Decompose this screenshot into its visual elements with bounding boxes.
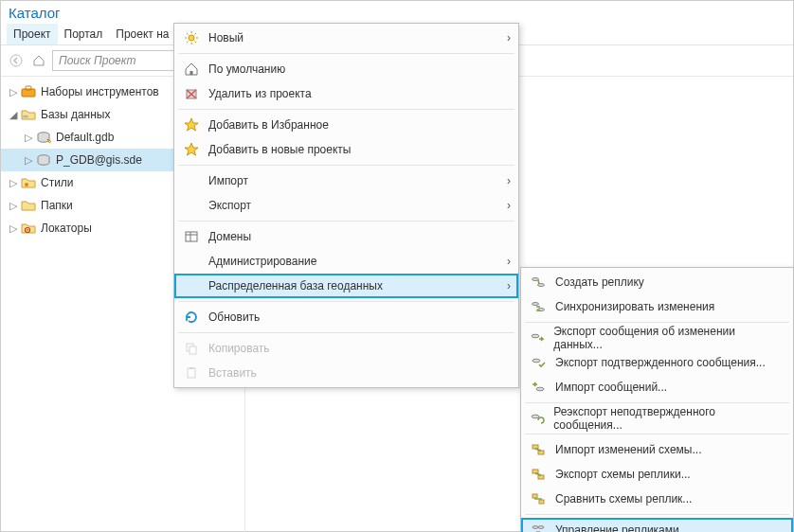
menu-label: Создать реплику — [555, 275, 644, 289]
expand-icon[interactable]: ▷ — [22, 154, 35, 167]
menu-label: Добавить в новые проекты — [208, 143, 351, 156]
menu-label: Реэкспорт неподтвержденного сообщения... — [553, 405, 767, 432]
styles-icon — [20, 174, 37, 191]
search-input[interactable]: Поиск Проект — [52, 50, 175, 71]
menu-item-copy: Копировать — [174, 336, 518, 361]
svg-rect-38 — [532, 445, 538, 449]
menu-item-create-replica[interactable]: Создать реплику — [521, 270, 793, 294]
svg-point-34 — [532, 334, 539, 338]
svg-rect-40 — [532, 470, 538, 473]
import-schema-icon — [529, 440, 548, 459]
menu-item-add-favorites[interactable]: Добавить в Избранное — [174, 113, 518, 137]
menu-label: Обновить — [208, 310, 260, 324]
sde-icon — [35, 151, 52, 168]
menu-item-export-schema[interactable]: Экспорт схемы реплики... — [521, 462, 793, 487]
svg-rect-23 — [186, 232, 197, 241]
svg-rect-39 — [538, 451, 544, 454]
menu-project[interactable]: Проект — [7, 24, 58, 44]
blank-icon — [182, 171, 201, 190]
expand-icon[interactable]: ▷ — [7, 86, 20, 98]
star-icon — [182, 115, 201, 134]
menu-label: Добавить в Избранное — [208, 118, 329, 132]
menu-label: Импорт сообщений... — [555, 381, 667, 394]
refresh-icon — [182, 308, 201, 327]
tree-label: Стили — [41, 176, 74, 189]
menu-label: Вставить — [208, 366, 257, 380]
svg-point-32 — [532, 303, 539, 306]
menu-item-refresh[interactable]: Обновить — [174, 305, 518, 329]
svg-point-5 — [49, 141, 51, 143]
create-replica-icon — [529, 273, 548, 292]
svg-point-37 — [532, 415, 539, 418]
svg-line-18 — [195, 33, 197, 35]
submenu-arrow-icon: › — [507, 26, 511, 50]
collapse-icon[interactable]: ◢ — [7, 109, 20, 121]
domains-icon — [182, 227, 201, 246]
toolbox-icon — [20, 83, 37, 100]
menu-label: Домены — [208, 230, 251, 243]
menu-label: Сравнить схемы реплик... — [555, 492, 692, 505]
blank-icon — [182, 276, 201, 295]
sun-icon — [182, 28, 201, 47]
menu-project-on[interactable]: Проект на — [109, 24, 175, 44]
menu-item-import-msg[interactable]: Импорт сообщений... — [521, 375, 793, 399]
menu-item-export-ack[interactable]: Экспорт подтвержденного сообщения... — [521, 350, 793, 375]
svg-point-44 — [532, 526, 538, 529]
blank-icon — [182, 196, 201, 215]
expand-icon[interactable]: ▷ — [7, 200, 20, 212]
back-button[interactable] — [7, 51, 26, 70]
home-button[interactable] — [29, 51, 48, 70]
geodatabase-icon — [35, 129, 52, 146]
svg-rect-42 — [532, 494, 537, 498]
svg-rect-43 — [539, 500, 544, 504]
expand-icon[interactable]: ▷ — [7, 222, 20, 235]
menu-label: Экспорт сообщения об изменении данных... — [553, 325, 767, 351]
menu-item-domains[interactable]: Домены — [174, 224, 518, 249]
locators-icon — [20, 220, 37, 237]
menu-label: Импорт изменений схемы... — [555, 443, 702, 456]
export-schema-icon — [529, 465, 548, 484]
menu-item-new[interactable]: Новый › — [174, 26, 518, 50]
menu-item-add-new-projects[interactable]: Добавить в новые проекты — [174, 137, 518, 162]
menu-item-manage-replicas[interactable]: Управление репликами — [521, 518, 793, 532]
remove-icon — [182, 84, 201, 103]
svg-rect-28 — [188, 368, 195, 378]
menu-item-default[interactable]: По умолчанию — [174, 57, 518, 81]
submenu-arrow-icon: › — [507, 168, 511, 193]
svg-point-3 — [23, 115, 28, 118]
svg-point-36 — [536, 387, 544, 391]
svg-point-0 — [10, 55, 22, 66]
svg-point-30 — [532, 278, 539, 281]
svg-point-45 — [538, 526, 544, 529]
menu-item-import-schema[interactable]: Импорт изменений схемы... — [521, 437, 793, 462]
submenu-arrow-icon: › — [507, 193, 511, 218]
export-changes-icon — [529, 328, 546, 347]
menu-item-export[interactable]: Экспорт › — [174, 193, 518, 218]
folder-icon — [20, 197, 37, 214]
paste-icon — [182, 364, 201, 382]
import-msg-icon — [529, 378, 548, 397]
svg-line-16 — [195, 42, 197, 44]
tree-label: P_GDB@gis.sde — [56, 153, 142, 167]
svg-rect-41 — [538, 475, 544, 479]
menu-item-remove[interactable]: Удалить из проекта — [174, 81, 518, 106]
menu-item-reexport[interactable]: Реэкспорт неподтвержденного сообщения... — [521, 406, 793, 431]
menu-item-compare-schema[interactable]: Сравнить схемы реплик... — [521, 487, 793, 511]
svg-point-35 — [532, 359, 540, 363]
svg-point-9 — [27, 229, 28, 231]
menu-label: Копировать — [208, 342, 270, 355]
svg-rect-29 — [189, 367, 193, 369]
menu-item-import[interactable]: Импорт › — [174, 168, 518, 193]
menu-portal[interactable]: Портал — [58, 24, 110, 44]
menu-item-distributed-geodatabase[interactable]: Распределенная база геоданных › — [174, 274, 518, 298]
export-ack-icon — [529, 353, 548, 372]
expand-icon[interactable]: ▷ — [7, 177, 20, 189]
star-icon — [182, 140, 201, 159]
menu-item-export-changes[interactable]: Экспорт сообщения об изменении данных... — [521, 326, 793, 350]
copy-icon — [182, 339, 201, 358]
compare-schema-icon — [529, 489, 548, 508]
menu-item-synchronize[interactable]: Синхронизировать изменения — [521, 294, 793, 319]
expand-icon[interactable]: ▷ — [22, 132, 35, 144]
menu-item-administration[interactable]: Администрирование › — [174, 249, 518, 274]
tree-label: Базы данных — [41, 108, 110, 121]
